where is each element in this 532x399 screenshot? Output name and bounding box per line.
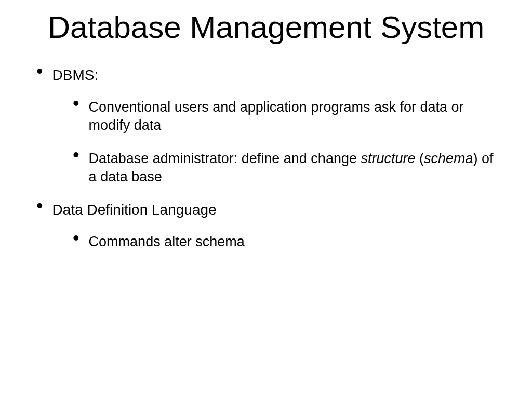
bullet-icon: • <box>73 96 79 111</box>
list-item: • Database administrator: define and cha… <box>31 144 501 186</box>
list-item-text: Conventional users and application progr… <box>79 93 501 135</box>
list-item-text: DBMS: <box>43 61 99 85</box>
bullet-icon: • <box>36 198 43 214</box>
bullet-icon: • <box>36 64 43 79</box>
list-item-text: Data Definition Language <box>43 195 217 219</box>
bullet-icon: • <box>73 231 79 246</box>
slide-title: Database Management System <box>31 9 501 45</box>
list-item: • Conventional users and application pro… <box>31 93 501 135</box>
bullet-icon: • <box>73 148 79 163</box>
list-item-text: Database administrator: define and chang… <box>79 144 501 186</box>
list-item-text: Commands alter schema <box>79 228 245 251</box>
list-item: • Data Definition Language <box>31 195 501 219</box>
bullet-list-level-1: • DBMS: • Conventional users and applica… <box>31 61 501 251</box>
list-item: • Commands alter schema <box>31 228 501 251</box>
list-item: • DBMS: <box>31 61 501 85</box>
